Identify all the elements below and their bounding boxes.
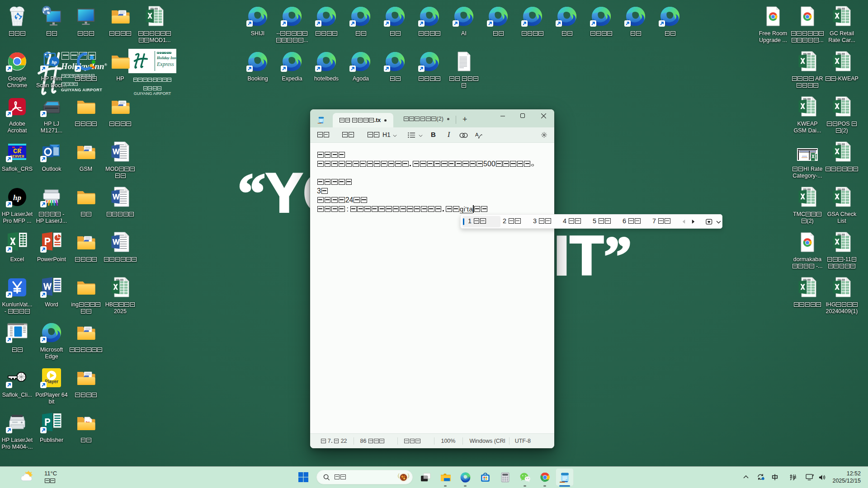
svg-text:A: A: [475, 132, 479, 137]
